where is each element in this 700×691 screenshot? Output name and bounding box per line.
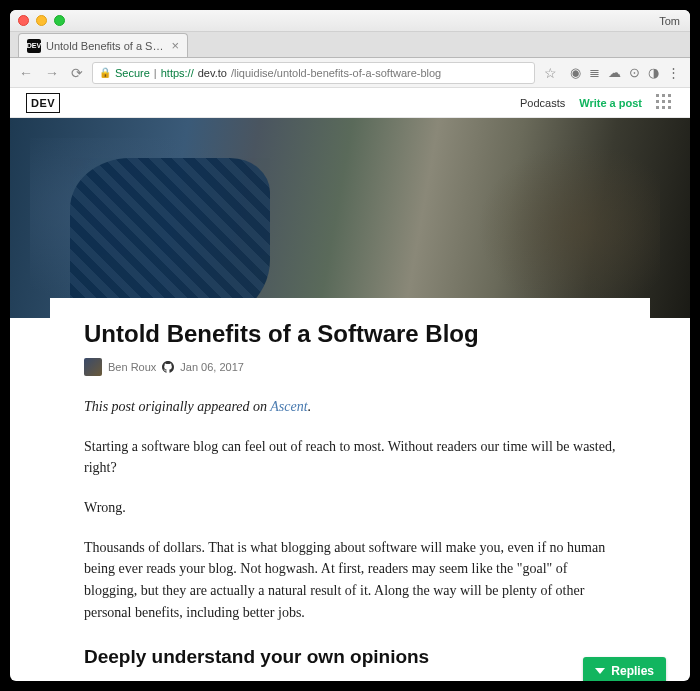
tab-title: Untold Benefits of a Software (46, 40, 166, 52)
ext-icon-3[interactable]: ☁ (608, 65, 621, 80)
browser-tab[interactable]: DEV Untold Benefits of a Software × (18, 33, 188, 57)
toolbar-icons: ◉ ≣ ☁ ⊙ ◑ ⋮ (566, 65, 684, 80)
section-heading-1: Deeply understand your own opinions (84, 642, 616, 671)
replies-label: Replies (611, 664, 654, 678)
close-tab-icon[interactable]: × (171, 38, 179, 53)
menu-icon[interactable]: ⋮ (667, 65, 680, 80)
address-row: ← → ⟳ 🔒 Secure | https://dev.to/liquidis… (10, 58, 690, 88)
paragraph-1: Starting a software blog can feel out of… (84, 436, 616, 479)
article-wrap: Untold Benefits of a Software Blog Ben R… (10, 298, 690, 681)
page-content: DEV Podcasts Write a post Untold Benefit… (10, 88, 690, 681)
lock-icon: 🔒 (99, 67, 111, 78)
url-path: /liquidise/untold-benefits-of-a-software… (231, 67, 441, 79)
bookmark-icon[interactable]: ☆ (541, 65, 560, 81)
maximize-window-button[interactable] (54, 15, 65, 26)
secure-label: Secure (115, 67, 150, 79)
article-body: This post originally appeared on Ascent.… (84, 396, 616, 671)
chevron-down-icon (595, 668, 605, 674)
hero-image (10, 118, 690, 318)
paragraph-3: Thousands of dollars. That is what blogg… (84, 537, 616, 624)
url-host: dev.to (198, 67, 227, 79)
nav-grid-icon[interactable] (656, 94, 674, 112)
site-nav: DEV Podcasts Write a post (10, 88, 690, 118)
article-meta: Ben Roux Jan 06, 2017 (84, 358, 616, 376)
tab-favicon: DEV (27, 39, 41, 53)
ext-icon-1[interactable]: ◉ (570, 65, 581, 80)
tab-bar: DEV Untold Benefits of a Software × (10, 32, 690, 58)
address-bar[interactable]: 🔒 Secure | https://dev.to/liquidise/unto… (92, 62, 535, 84)
intro-suffix: . (308, 399, 312, 414)
author-avatar[interactable] (84, 358, 102, 376)
url-divider: | (154, 67, 157, 79)
back-button[interactable]: ← (16, 65, 36, 81)
forward-button[interactable]: → (42, 65, 62, 81)
replies-button[interactable]: Replies (583, 657, 666, 681)
ext-icon-5[interactable]: ◑ (648, 65, 659, 80)
site-logo[interactable]: DEV (26, 93, 60, 113)
article-card: Untold Benefits of a Software Blog Ben R… (50, 298, 650, 681)
github-icon[interactable] (162, 361, 174, 373)
minimize-window-button[interactable] (36, 15, 47, 26)
ext-icon-2[interactable]: ≣ (589, 65, 600, 80)
article-title: Untold Benefits of a Software Blog (84, 320, 616, 348)
ext-icon-4[interactable]: ⊙ (629, 65, 640, 80)
intro-link[interactable]: Ascent (270, 399, 307, 414)
url-prefix: https:// (161, 67, 194, 79)
article-date: Jan 06, 2017 (180, 361, 244, 373)
paragraph-2: Wrong. (84, 497, 616, 519)
nav-write-post[interactable]: Write a post (579, 97, 642, 109)
browser-window: Tom DEV Untold Benefits of a Software × … (10, 10, 690, 681)
reload-button[interactable]: ⟳ (68, 65, 86, 81)
window-titlebar: Tom (10, 10, 690, 32)
intro-paragraph: This post originally appeared on Ascent. (84, 396, 616, 418)
intro-prefix: This post originally appeared on (84, 399, 270, 414)
nav-podcasts[interactable]: Podcasts (520, 97, 565, 109)
close-window-button[interactable] (18, 15, 29, 26)
traffic-lights (18, 15, 65, 26)
user-label: Tom (659, 15, 680, 27)
author-name[interactable]: Ben Roux (108, 361, 156, 373)
